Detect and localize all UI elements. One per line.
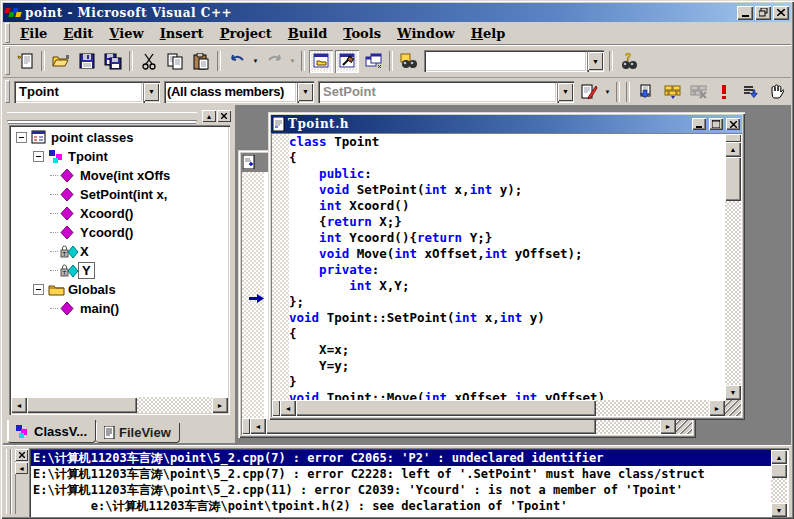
save-all-button[interactable] [101, 50, 125, 73]
tab-classview[interactable]: ClassV... [7, 420, 96, 443]
splitter-box[interactable] [242, 418, 250, 434]
selection-margin[interactable] [272, 134, 289, 400]
menu-window[interactable]: Window [389, 24, 463, 43]
output-vertical-scrollbar[interactable]: ▲ ▼ [771, 450, 787, 517]
tree-item-setpoint-int-x[interactable]: SetPoint(int x, [12, 185, 227, 204]
menu-insert[interactable]: Insert [152, 24, 212, 43]
scroll-left-icon[interactable]: ◄ [250, 418, 266, 434]
class-combobox-dropdown[interactable]: ▼ [143, 81, 160, 103]
menu-help[interactable]: Help [463, 24, 514, 43]
tree-expander-icon[interactable] [33, 284, 44, 295]
tree-item-globals[interactable]: Globals [12, 280, 227, 299]
close-button[interactable] [773, 6, 789, 20]
tree-item-tpoint[interactable]: Tpoint [12, 147, 227, 166]
output-line[interactable]: E:\计算机11203车言涛\point\5_2.cpp(7) : error … [31, 466, 771, 482]
members-combobox[interactable]: (All class members) ▼ [164, 81, 314, 103]
editor-close-button[interactable] [726, 118, 740, 130]
breakpoint-button[interactable] [764, 80, 788, 103]
function-combobox[interactable]: SetPoint ▼ [318, 81, 574, 103]
scroll-thumb[interactable] [266, 418, 596, 434]
undo-dropdown-button[interactable]: ▼ [250, 50, 261, 73]
menu-tools[interactable]: Tools [335, 24, 389, 43]
scroll-thumb[interactable] [771, 464, 787, 478]
code-editor[interactable]: class Tpoint{ public: void SetPoint(int … [289, 134, 725, 400]
menu-file[interactable]: File [12, 24, 55, 43]
tree-item-point-classes[interactable]: point classes [12, 128, 227, 147]
scroll-right-icon[interactable]: ► [660, 418, 676, 434]
scroll-right-icon[interactable]: ► [212, 397, 228, 413]
execute-program-button[interactable] [712, 80, 736, 103]
editor-maximize-button[interactable] [709, 118, 723, 130]
workspace-expand-button[interactable]: ▲ [202, 110, 216, 122]
scroll-down-icon[interactable]: ▼ [771, 503, 787, 517]
editor-titlebar[interactable]: Tpoint.h [271, 115, 742, 133]
editor-horizontal-scrollbar[interactable]: ◄ ► [272, 400, 725, 416]
menu-edit[interactable]: Edit [55, 24, 101, 43]
output-collapse-button[interactable]: ◄ [15, 462, 28, 474]
tab-fileview[interactable]: FileView [96, 423, 180, 443]
class-combobox-value[interactable]: Tpoint [14, 81, 143, 103]
workspace-close-button[interactable] [217, 110, 231, 122]
splitter-box[interactable] [725, 134, 741, 142]
copy-button[interactable] [163, 50, 187, 73]
menu-gripper[interactable] [5, 23, 10, 43]
menu-view[interactable]: View [101, 24, 151, 43]
output-toggle-button[interactable] [335, 50, 359, 73]
scroll-thumb[interactable] [27, 397, 137, 413]
build-button[interactable] [660, 80, 684, 103]
paste-button[interactable] [189, 50, 213, 73]
scroll-right-icon[interactable]: ► [709, 400, 725, 416]
tree-item-ycoord[interactable]: Ycoord() [12, 223, 227, 242]
output-line[interactable]: E:\计算机11203车言涛\point\5_2.cpp(7) : error … [31, 450, 771, 466]
tree-horizontal-scrollbar[interactable]: ◄ ► [11, 397, 228, 413]
members-combobox-dropdown[interactable]: ▼ [297, 81, 314, 103]
restore-button[interactable] [755, 6, 771, 20]
menu-build[interactable]: Build [280, 24, 335, 43]
workspace-gripper[interactable] [7, 112, 197, 121]
scroll-left-icon[interactable]: ◄ [280, 400, 296, 416]
splitter-box[interactable] [272, 400, 280, 416]
title-bar[interactable]: point - Microsoft Visual C++ [3, 3, 791, 22]
resize-grip[interactable] [676, 418, 692, 434]
members-combobox-value[interactable]: (All class members) [164, 81, 297, 103]
stop-build-button[interactable] [686, 80, 710, 103]
redo-button[interactable] [262, 50, 286, 73]
tree-expander-icon[interactable] [33, 151, 44, 162]
editor-minimize-button[interactable] [692, 118, 706, 130]
toolbar-gripper[interactable] [5, 80, 10, 104]
compile-button[interactable] [634, 80, 658, 103]
scroll-left-icon[interactable]: ◄ [11, 397, 27, 413]
resize-grip[interactable] [725, 400, 741, 416]
find-combobox[interactable]: ▼ [424, 50, 604, 72]
output-line[interactable]: E:\计算机11203车言涛\point\5_2.cpp(11) : error… [31, 482, 771, 498]
scroll-thumb[interactable] [725, 157, 741, 201]
cut-button[interactable] [137, 50, 161, 73]
output-close-button[interactable] [15, 449, 28, 461]
function-combobox-value[interactable]: SetPoint [318, 81, 557, 103]
search-button[interactable]: ? [617, 50, 641, 73]
new-file-button[interactable] [13, 50, 37, 73]
find-in-files-button[interactable] [397, 50, 421, 73]
output-line[interactable]: e:\计算机11203车言涛\point\tpoint.h(2) : see d… [31, 498, 771, 514]
undo-button[interactable] [225, 50, 249, 73]
scroll-up-icon[interactable]: ▲ [771, 450, 787, 464]
go-button[interactable] [738, 80, 762, 103]
tree-item-move-int-xoffs[interactable]: Move(int xOffs [12, 166, 227, 185]
open-button[interactable] [49, 50, 73, 73]
find-combobox-dropdown[interactable]: ▼ [587, 50, 604, 72]
function-combobox-dropdown[interactable]: ▼ [557, 81, 574, 103]
tree-item-main[interactable]: main() [12, 299, 227, 318]
tree-item-y[interactable]: TY [12, 261, 227, 280]
tree-item-x[interactable]: TX [12, 242, 227, 261]
find-combobox-value[interactable] [424, 50, 587, 72]
wizardbar-actions-dropdown[interactable]: ▼ [602, 80, 613, 103]
editor-vertical-scrollbar[interactable]: ▲ ▼ [725, 134, 741, 400]
toolbar-gripper[interactable] [5, 47, 10, 75]
scroll-thumb[interactable] [296, 400, 596, 416]
background-horizontal-scrollbar[interactable]: ◄ ► [242, 418, 676, 434]
wizardbar-actions-button[interactable] [577, 80, 601, 103]
tree-expander-icon[interactable] [16, 132, 27, 143]
minimize-button[interactable] [737, 6, 753, 20]
tree-item-xcoord[interactable]: Xcoord() [12, 204, 227, 223]
class-combobox[interactable]: Tpoint ▼ [14, 81, 160, 103]
